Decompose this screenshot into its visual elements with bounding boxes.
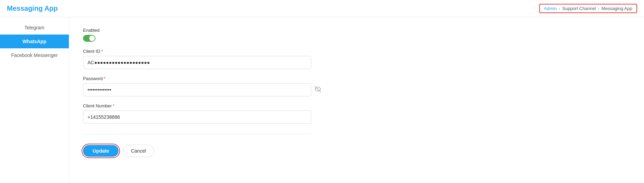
toggle-password-icon[interactable]	[315, 86, 321, 94]
header: Messaging App Admin › Support Channel › …	[0, 0, 644, 17]
client-id-input-wrapper	[83, 56, 325, 69]
enabled-toggle[interactable]	[83, 35, 95, 42]
sidebar: Telegram WhatsApp Facebook Messenger	[0, 17, 69, 183]
breadcrumb-support-channel[interactable]: Support Channel	[562, 6, 596, 11]
breadcrumb-admin[interactable]: Admin	[544, 6, 557, 11]
sidebar-item-telegram[interactable]: Telegram	[0, 21, 69, 35]
client-id-label: Client ID *	[83, 49, 325, 54]
cancel-button[interactable]: Cancel	[123, 145, 154, 157]
enabled-label: Enabled	[83, 28, 325, 33]
layout: Telegram WhatsApp Facebook Messenger Ena…	[0, 17, 644, 183]
sidebar-item-whatsapp[interactable]: WhatsApp	[0, 35, 69, 48]
password-required: *	[104, 76, 105, 81]
breadcrumb-sep-1: ›	[559, 6, 560, 11]
form-section: Enabled Client ID * Password *	[83, 28, 325, 157]
client-number-label: Client Number *	[83, 103, 325, 108]
client-number-field: Client Number *	[83, 103, 325, 124]
client-number-input-wrapper	[83, 110, 325, 124]
password-field: Password *	[83, 76, 325, 96]
client-id-input[interactable]	[83, 56, 311, 69]
sidebar-item-facebook-messenger[interactable]: Facebook Messenger	[0, 48, 69, 62]
password-input-wrapper	[83, 83, 325, 96]
client-id-field: Client ID *	[83, 49, 325, 69]
action-row: Update Cancel	[83, 145, 325, 157]
page-title: Messaging App	[7, 4, 58, 12]
client-id-required: *	[101, 49, 103, 54]
password-input[interactable]	[83, 83, 311, 96]
main-content: Enabled Client ID * Password *	[69, 17, 644, 183]
client-number-required: *	[113, 103, 114, 108]
form-divider	[83, 134, 311, 134]
breadcrumb: Admin › Support Channel › Messaging App	[539, 4, 637, 13]
client-number-input[interactable]	[83, 110, 311, 124]
update-button[interactable]: Update	[83, 145, 119, 157]
password-label: Password *	[83, 76, 325, 81]
breadcrumb-messaging-app[interactable]: Messaging App	[601, 6, 632, 11]
enabled-field: Enabled	[83, 28, 325, 42]
breadcrumb-sep-2: ›	[598, 6, 599, 11]
